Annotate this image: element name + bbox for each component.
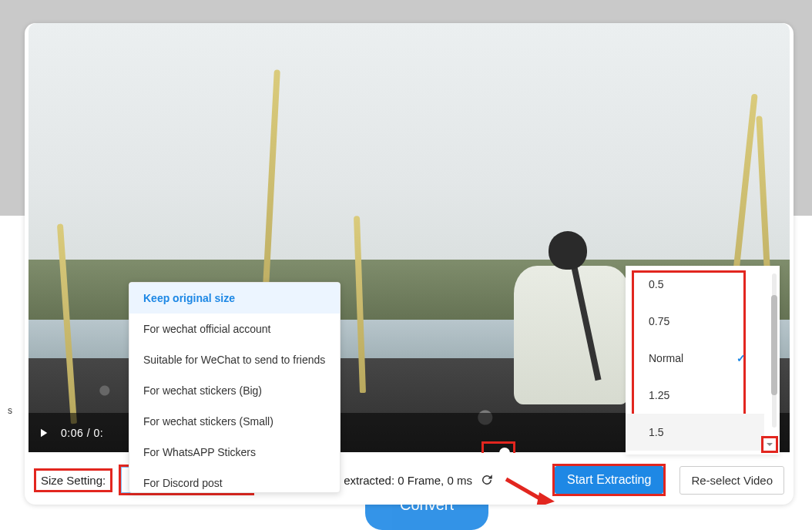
video-bg-sky	[29, 23, 790, 290]
speed-option-list: 0.5 0.75 Normal ✓ 1.25 1.5	[626, 266, 764, 451]
start-extracting-button[interactable]: Start Extracting	[555, 466, 663, 494]
annotation-box-speed-more	[761, 436, 778, 453]
extracted-status: extracted: 0 Frame, 0 ms	[344, 474, 472, 487]
speed-option[interactable]: Normal ✓	[626, 340, 764, 377]
reselect-button-label: Re-select Video	[691, 474, 773, 487]
speed-option[interactable]: 1.5	[626, 414, 764, 451]
speed-option[interactable]: 0.5	[626, 266, 764, 303]
speed-option-label: 1.25	[649, 389, 669, 401]
size-option-label: Keep original size	[143, 292, 235, 304]
refresh-icon[interactable]	[480, 473, 494, 487]
size-option[interactable]: For wechat stickers (Small)	[129, 406, 340, 437]
size-option-label: Suitable for WeChat to send to friends	[143, 354, 325, 366]
size-option-label: For WhatsAPP Stickers	[143, 446, 256, 458]
chevron-down-icon[interactable]	[766, 441, 773, 448]
size-option[interactable]: For Discord post	[129, 468, 340, 492]
annotation-box-progress-knob	[481, 441, 515, 453]
speed-dropdown-popup[interactable]: 0.5 0.75 Normal ✓ 1.25 1.5	[626, 266, 780, 455]
annotation-box-start-button: Start Extracting	[552, 464, 666, 496]
annotation-arrow	[502, 475, 556, 505]
reselect-video-button[interactable]: Re-select Video	[679, 466, 784, 495]
play-icon[interactable]	[36, 426, 50, 440]
size-option[interactable]: For wechat stickers (Big)	[129, 375, 340, 406]
size-option-label: For wechat stickers (Small)	[143, 415, 273, 428]
scrollbar-thumb[interactable]	[771, 295, 777, 395]
speed-option[interactable]: 1.25	[626, 377, 764, 414]
size-option-label: For wechat official account	[143, 323, 271, 335]
size-option[interactable]: Suitable for WeChat to send to friends	[129, 344, 340, 375]
time-display: 0:06 / 0:	[61, 427, 103, 439]
video-bg-person	[506, 231, 637, 431]
size-option[interactable]: For WhatsAPP Stickers	[129, 437, 340, 468]
size-setting-label: Size Setting:	[41, 474, 106, 487]
size-option-label: For Discord post	[143, 477, 223, 489]
main-panel: 0:06 / 0: Keep original size For wechat …	[25, 23, 794, 505]
speed-option-label: 0.75	[649, 315, 669, 327]
svg-marker-1	[536, 492, 555, 505]
size-option-label: For wechat stickers (Big)	[143, 384, 262, 397]
annotation-box-size-label: Size Setting:	[34, 468, 112, 492]
svg-line-0	[506, 479, 542, 500]
size-dropdown-popup[interactable]: Keep original size For wechat official a…	[129, 282, 341, 493]
start-button-label: Start Extracting	[567, 473, 651, 486]
check-icon: ✓	[737, 352, 746, 364]
size-option[interactable]: Keep original size	[129, 283, 340, 314]
speed-option-label: Normal	[649, 352, 683, 364]
size-option[interactable]: For wechat official account	[129, 314, 340, 344]
speed-option-label: 0.5	[649, 278, 663, 290]
s-truncated-label: s	[8, 405, 12, 416]
speed-option-label: 1.5	[649, 426, 663, 438]
speed-option[interactable]: 0.75	[626, 303, 764, 340]
